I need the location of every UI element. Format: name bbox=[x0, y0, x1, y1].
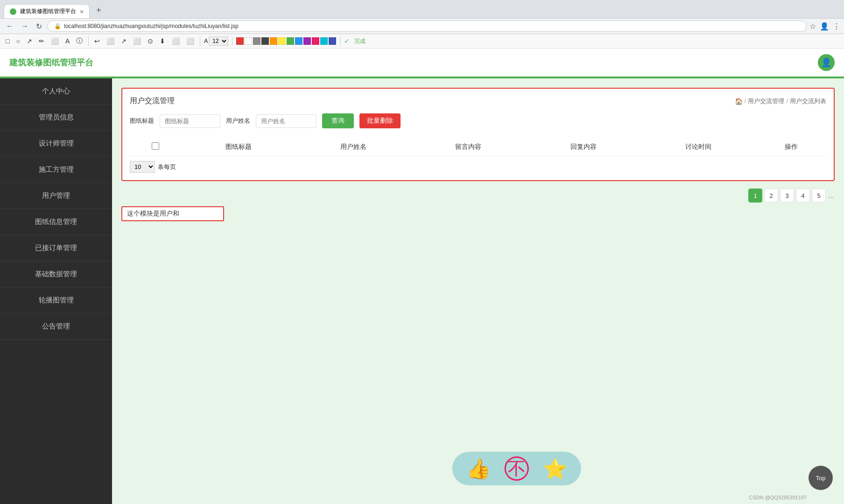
browser-tab-active[interactable]: 建筑装修图纸管理平台 × bbox=[4, 4, 90, 18]
query-button[interactable]: 查询 bbox=[322, 113, 354, 128]
panel-header: 用户交流管理 🏠 / 用户交流管理 / 用户交流列表 bbox=[130, 96, 826, 106]
address-bar[interactable]: 🔒 localhost:8080/jianzhuazhuangxiutuzhi/… bbox=[47, 21, 807, 32]
table-col-checkbox bbox=[130, 138, 181, 156]
sidebar-item-basedata[interactable]: 基础数据管理 bbox=[0, 261, 112, 287]
sidebar-item-drawings[interactable]: 图纸信息管理 bbox=[0, 209, 112, 235]
tab-title: 建筑装修图纸管理平台 bbox=[20, 7, 76, 15]
ann-download-tool[interactable]: ⬇ bbox=[158, 36, 167, 46]
page-5-button[interactable]: 5 bbox=[812, 189, 826, 203]
sidebar-item-designer[interactable]: 设计师管理 bbox=[0, 131, 112, 157]
batch-delete-button[interactable]: 批量删除 bbox=[359, 113, 401, 128]
color-green[interactable] bbox=[287, 37, 294, 45]
breadcrumb: 🏠 / 用户交流管理 / 用户交流列表 bbox=[735, 97, 826, 105]
url-text: localhost:8080/jianzhuazhuangxiutuzhi/js… bbox=[64, 23, 239, 29]
sidebar-item-label: 管理员信息 bbox=[39, 113, 74, 121]
per-page-select[interactable]: 10 20 50 100 bbox=[130, 161, 155, 173]
drawing-title-input[interactable] bbox=[160, 114, 220, 128]
color-yellow[interactable] bbox=[278, 37, 286, 45]
page-dots: ... bbox=[828, 192, 835, 199]
sidebar-item-label: 基础数据管理 bbox=[35, 270, 77, 278]
username-input[interactable] bbox=[256, 114, 316, 128]
thumbsup-icon[interactable]: 👍 bbox=[466, 457, 491, 480]
ann-info-tool[interactable]: ⓘ bbox=[74, 36, 84, 46]
app-header: 建筑装修图纸管理平台 👤 bbox=[0, 49, 844, 78]
ann-pen-tool[interactable]: ✏ bbox=[37, 36, 46, 46]
new-tab-button[interactable]: + bbox=[91, 3, 106, 18]
ann-tool-10[interactable]: ⬜ bbox=[170, 36, 182, 46]
nav-reload-button[interactable]: ↻ bbox=[34, 21, 44, 32]
ann-undo-tool[interactable]: ↩ bbox=[92, 36, 102, 46]
sidebar-item-label: 施工方管理 bbox=[39, 165, 74, 173]
main-content: 用户交流管理 🏠 / 用户交流管理 / 用户交流列表 图纸标题 用户姓名 查询 … bbox=[112, 78, 844, 504]
table-col-username: 用户姓名 bbox=[296, 138, 411, 156]
filter-row: 图纸标题 用户姓名 查询 批量删除 bbox=[130, 113, 826, 128]
ann-tool-9[interactable]: ⊙ bbox=[146, 36, 155, 46]
page-4-button[interactable]: 4 bbox=[796, 189, 810, 203]
breadcrumb-home-icon[interactable]: 🏠 bbox=[735, 98, 743, 105]
ann-rect-tool[interactable]: □ bbox=[4, 36, 11, 46]
ann-text-tool[interactable]: A bbox=[63, 36, 71, 46]
color-orange[interactable] bbox=[270, 37, 277, 45]
ann-tool-7[interactable]: ↗ bbox=[119, 36, 128, 46]
ann-separator-4 bbox=[340, 36, 340, 46]
page-1-button[interactable]: 1 bbox=[748, 189, 762, 203]
pagination-row: 10 20 50 100 条每页 bbox=[130, 161, 826, 173]
font-size-select[interactable]: 12 14 16 bbox=[209, 36, 228, 46]
sidebar-item-label: 轮播图管理 bbox=[39, 296, 74, 304]
sidebar-item-carousel[interactable]: 轮播图管理 bbox=[0, 287, 112, 314]
pagination-bar: 1 2 3 4 5 ... bbox=[121, 189, 835, 203]
page-3-button[interactable]: 3 bbox=[780, 189, 794, 203]
top-button[interactable]: Top bbox=[809, 466, 833, 490]
content-panel: 用户交流管理 🏠 / 用户交流管理 / 用户交流列表 图纸标题 用户姓名 查询 … bbox=[121, 88, 835, 181]
sidebar-item-users[interactable]: 用户管理 bbox=[0, 183, 112, 209]
star-icon[interactable]: ⭐ bbox=[543, 457, 567, 480]
sidebar-item-orders[interactable]: 已接订单管理 bbox=[0, 235, 112, 261]
color-blue[interactable] bbox=[295, 37, 302, 45]
panel-title: 用户交流管理 bbox=[130, 96, 175, 106]
page-2-button[interactable]: 2 bbox=[764, 189, 778, 203]
app-body: 个人中心 管理员信息 设计师管理 施工方管理 用户管理 图纸信息管理 已接订单管… bbox=[0, 78, 844, 504]
ann-highlight-tool[interactable]: ⬜ bbox=[49, 36, 61, 46]
color-white[interactable] bbox=[245, 37, 252, 45]
color-palette bbox=[236, 37, 336, 45]
table-header: 图纸标题 用户姓名 留言内容 回复内容 讨论时间 操作 bbox=[130, 138, 826, 156]
ann-separator-1 bbox=[88, 36, 89, 46]
ann-arrow-tool[interactable]: ↗ bbox=[25, 36, 34, 46]
font-size-selector: A 12 14 16 bbox=[204, 36, 228, 46]
ann-tool-6[interactable]: ⬜ bbox=[105, 36, 116, 46]
sidebar-item-contractor[interactable]: 施工方管理 bbox=[0, 157, 112, 183]
color-indigo[interactable] bbox=[329, 37, 336, 45]
reaction-bar: 👍 不 ⭐ bbox=[452, 452, 581, 485]
tab-close-button[interactable]: × bbox=[80, 8, 84, 15]
color-cyan[interactable] bbox=[320, 37, 328, 45]
user-avatar[interactable]: 👤 bbox=[818, 54, 835, 71]
ann-separator-2 bbox=[200, 36, 200, 46]
menu-icon[interactable]: ⋮ bbox=[833, 22, 840, 31]
color-gray[interactable] bbox=[253, 37, 260, 45]
table-col-comment: 留言内容 bbox=[411, 138, 526, 156]
color-pink[interactable] bbox=[312, 37, 319, 45]
breadcrumb-item2: 用户交流列表 bbox=[790, 97, 826, 105]
username-label: 用户姓名 bbox=[226, 117, 250, 125]
bookmark-icon[interactable]: ☆ bbox=[809, 22, 816, 31]
ann-tool-8[interactable]: ⬜ bbox=[131, 36, 143, 46]
color-red[interactable] bbox=[236, 37, 244, 45]
sidebar-item-admin[interactable]: 管理员信息 bbox=[0, 105, 112, 131]
nav-back-button[interactable]: ← bbox=[4, 21, 16, 31]
tooltip-input[interactable] bbox=[121, 206, 224, 221]
sidebar-item-personal[interactable]: 个人中心 bbox=[0, 78, 112, 105]
color-purple[interactable] bbox=[303, 37, 311, 45]
sidebar-item-notice[interactable]: 公告管理 bbox=[0, 314, 112, 340]
per-page-label: 条每页 bbox=[158, 163, 176, 171]
nav-forward-button[interactable]: → bbox=[19, 21, 31, 31]
ann-circle-tool[interactable]: ○ bbox=[14, 36, 21, 46]
select-all-checkbox[interactable] bbox=[152, 142, 159, 150]
color-darkgray[interactable] bbox=[261, 37, 269, 45]
ann-tool-11[interactable]: ⬜ bbox=[184, 36, 196, 46]
font-label: A bbox=[204, 38, 208, 44]
profile-icon[interactable]: 👤 bbox=[820, 22, 829, 31]
share-icon[interactable]: 不 bbox=[505, 456, 529, 481]
ann-done-button[interactable]: 完成 bbox=[354, 37, 366, 45]
user-icon: 👤 bbox=[821, 57, 831, 68]
breadcrumb-sep2: / bbox=[786, 98, 788, 105]
